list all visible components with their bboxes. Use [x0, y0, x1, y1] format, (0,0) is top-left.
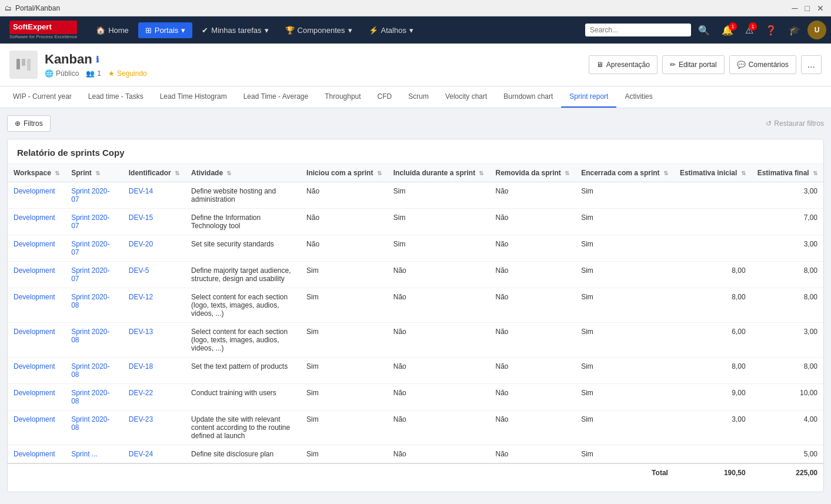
cell-atividade: Set the text pattern of products [185, 358, 301, 384]
visibility-item[interactable]: 🌐 Público [45, 69, 79, 78]
cell-encerrada: Sim [575, 262, 674, 288]
tab-scrum[interactable]: Scrum [400, 86, 437, 108]
cell-workspace[interactable]: Development [8, 209, 65, 235]
cell-est-inicial: 9,00 [674, 384, 752, 410]
cell-sprint[interactable]: Sprint 2020-08 [65, 323, 123, 358]
home-icon: 🏠 [96, 26, 105, 35]
cell-workspace[interactable]: Development [8, 384, 65, 410]
tab-burndown-chart[interactable]: Burndown chart [495, 86, 561, 108]
cell-sprint[interactable]: Sprint 2020-08 [65, 358, 123, 384]
cell-sprint[interactable]: Sprint 2020-07 [65, 182, 123, 209]
cell-iniciou: Sim [301, 262, 388, 288]
cell-sprint[interactable]: Sprint 2020-07 [65, 262, 123, 288]
cell-identificador[interactable]: DEV-22 [123, 384, 185, 410]
nav-minhas-tarefas[interactable]: ✔ Minhas tarefas ▾ [195, 22, 275, 38]
presentation-button[interactable]: 🖥 Apresentação [589, 55, 658, 74]
cell-workspace[interactable]: Development [8, 182, 65, 209]
cell-identificador[interactable]: DEV-20 [123, 235, 185, 262]
cell-identificador[interactable]: DEV-14 [123, 182, 185, 209]
cell-sprint[interactable]: Sprint 2020-07 [65, 209, 123, 235]
avatar[interactable]: U [807, 21, 826, 39]
sort-est-inicial-icon[interactable]: ⇅ [741, 170, 746, 176]
graduation-button[interactable]: 🎓 [784, 21, 805, 39]
restore-filters-button[interactable]: ↺ Restaurar filtros [766, 119, 824, 128]
tab-sprint-report[interactable]: Sprint report [561, 86, 616, 108]
minimize-button[interactable]: ─ [790, 4, 800, 13]
tab-activities[interactable]: Activities [616, 86, 660, 108]
cell-workspace[interactable]: Development [8, 262, 65, 288]
help-button[interactable]: ❓ [760, 21, 782, 39]
cell-encerrada: Sim [575, 445, 674, 464]
users-icon: 👥 [86, 69, 95, 78]
notification-button[interactable]: 🔔 1 [717, 21, 738, 39]
info-icon[interactable]: ℹ [96, 55, 99, 64]
cell-sprint[interactable]: Sprint 2020-08 [65, 410, 123, 445]
cell-identificador[interactable]: DEV-23 [123, 410, 185, 445]
cell-workspace[interactable]: Development [8, 445, 65, 464]
cell-atividade: Conduct training with users [185, 384, 301, 410]
edit-portal-button[interactable]: ✏ Editar portal [662, 55, 725, 74]
search-button[interactable]: 🔍 [693, 21, 715, 39]
nav-atalhos[interactable]: ⚡ Atalhos ▾ [362, 22, 420, 38]
cell-removida: Não [489, 209, 575, 235]
close-button[interactable]: ✕ [815, 4, 826, 13]
tab-lead-time-histogram[interactable]: Lead Time Histogram [152, 86, 235, 108]
tab-velocity-chart[interactable]: Velocity chart [437, 86, 495, 108]
search-input[interactable] [585, 24, 691, 36]
cell-incluida: Sim [388, 209, 490, 235]
col-incluida: Incluída durante a sprint ⇅ [388, 164, 490, 182]
cell-identificador[interactable]: DEV-15 [123, 209, 185, 235]
cell-workspace[interactable]: Development [8, 323, 65, 358]
sort-incluida-icon[interactable]: ⇅ [479, 170, 483, 176]
sort-sprint-icon[interactable]: ⇅ [95, 170, 100, 176]
maximize-button[interactable]: □ [803, 4, 812, 13]
cell-atividade: Define site disclosure plan [185, 445, 301, 464]
sort-workspace-icon[interactable]: ⇅ [55, 170, 59, 176]
cell-est-final: 7,00 [752, 209, 823, 235]
tab-wip[interactable]: WIP - Current year [5, 86, 80, 108]
cell-atividade: Update the site with relevant content ac… [185, 410, 301, 445]
cell-workspace[interactable]: Development [8, 235, 65, 262]
sort-atividade-icon[interactable]: ⇅ [226, 170, 231, 176]
sort-encerrada-icon[interactable]: ⇅ [663, 170, 668, 176]
cell-sprint[interactable]: Sprint 2020-08 [65, 288, 123, 323]
sort-id-icon[interactable]: ⇅ [175, 170, 179, 176]
nav-portais[interactable]: ⊞ Portais ▾ [138, 22, 192, 38]
table-row: Development Sprint 2020-07 DEV-15 Define… [8, 209, 823, 235]
cell-incluida: Não [388, 410, 490, 445]
cell-identificador[interactable]: DEV-12 [123, 288, 185, 323]
table-scroll[interactable]: Workspace ⇅ Sprint ⇅ Identificador ⇅ Ati… [8, 164, 823, 488]
alerts-button[interactable]: ⚠ 1 [740, 21, 758, 39]
filters-button[interactable]: ⊕ Filtros [7, 115, 51, 132]
nav-componentes[interactable]: 🏆 Componentes ▾ [278, 22, 359, 38]
tab-lead-time-tasks[interactable]: Lead time - Tasks [80, 86, 152, 108]
cell-sprint[interactable]: Sprint 2020-07 [65, 235, 123, 262]
cell-est-final: 4,00 [752, 410, 823, 445]
sort-est-final-icon[interactable]: ⇅ [813, 170, 817, 176]
cell-identificador[interactable]: DEV-18 [123, 358, 185, 384]
users-item[interactable]: 👥 1 [86, 69, 101, 78]
table-container: Relatório de sprints Copy Workspace ⇅ Sp… [7, 139, 824, 492]
cell-atividade: Set site security standards [185, 235, 301, 262]
title-bar-controls[interactable]: ─ □ ✕ [790, 4, 826, 13]
cell-identificador[interactable]: DEV-5 [123, 262, 185, 288]
cell-sprint[interactable]: Sprint 2020-08 [65, 384, 123, 410]
tab-lead-time-average[interactable]: Lead Time - Average [235, 86, 317, 108]
sort-removida-icon[interactable]: ⇅ [565, 170, 569, 176]
tab-throughput[interactable]: Throughput [316, 86, 369, 108]
cell-identificador[interactable]: DEV-24 [123, 445, 185, 464]
sort-iniciou-icon[interactable]: ⇅ [377, 170, 382, 176]
cell-workspace[interactable]: Development [8, 288, 65, 323]
cell-sprint[interactable]: Sprint ... [65, 445, 123, 464]
kanban-icon [9, 51, 38, 79]
cell-workspace[interactable]: Development [8, 358, 65, 384]
more-button[interactable]: ... [801, 55, 822, 74]
comments-button[interactable]: 💬 Comentários [729, 55, 796, 74]
cell-identificador[interactable]: DEV-13 [123, 323, 185, 358]
col-est-inicial: Estimativa inicial ⇅ [674, 164, 752, 182]
col-removida: Removida da sprint ⇅ [489, 164, 575, 182]
following-item[interactable]: ★ Seguindo [108, 69, 147, 78]
tab-cfd[interactable]: CFD [369, 86, 401, 108]
nav-home[interactable]: 🏠 Home [89, 22, 136, 38]
cell-workspace[interactable]: Development [8, 410, 65, 445]
